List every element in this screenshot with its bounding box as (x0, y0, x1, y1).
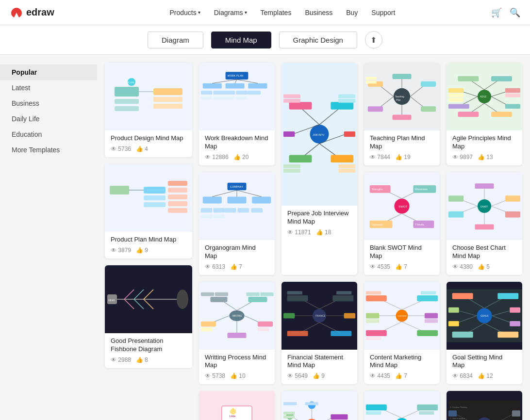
template-product-design[interactable]: PLAN Product Design Mind Map 👁 5736 👍 4 (105, 63, 192, 157)
nav-diagrams[interactable]: Diagrams ▾ (214, 9, 247, 16)
sidebar-item-popular[interactable]: Popular (0, 65, 97, 80)
nav-products[interactable]: Products ▾ (169, 9, 200, 16)
sidebar-item-latest[interactable]: Latest (0, 80, 97, 96)
card-info-agile: Agile Principles Mind Map 👁 9897 👍 13 (447, 130, 522, 165)
views-icon: 👁 2988 (111, 356, 131, 363)
svg-rect-61 (283, 95, 300, 98)
views-icon: 👁 7844 (370, 154, 390, 161)
svg-line-51 (319, 108, 340, 125)
svg-line-78 (379, 97, 394, 108)
template-dark-mind[interactable]: EXECUTION (447, 391, 522, 420)
nav-support[interactable]: Support (371, 9, 395, 16)
card-title: Writting Process Mind Map (205, 354, 269, 370)
mind-map-button[interactable]: Mind Map (211, 32, 271, 48)
card-title: Financial Statement Mind Map (287, 354, 351, 370)
svg-line-242 (293, 418, 306, 420)
logo[interactable]: edraw (10, 6, 54, 19)
likes-icon: 👍 7 (230, 263, 242, 270)
card-meta: 👁 4535 👍 7 (370, 263, 434, 270)
nav-templates[interactable]: Templates (261, 9, 292, 16)
views-icon: 👁 12886 (205, 154, 229, 161)
sidebar-item-daily-life[interactable]: Daily Life (0, 111, 97, 127)
card-title: Agile Principles Mind Map (452, 134, 516, 151)
svg-rect-81 (421, 81, 436, 87)
svg-text:Teaching: Teaching (395, 96, 404, 98)
svg-rect-222 (497, 331, 518, 337)
svg-rect-54 (289, 155, 312, 162)
template-goal-setting[interactable]: GOALS (447, 282, 522, 385)
template-organogram[interactable]: COMPANY (199, 172, 275, 275)
svg-rect-95 (448, 98, 464, 102)
views-icon: 👁 5736 (111, 145, 131, 152)
card-info-prepare-job: Prepare Job Interview Mind Map 👁 11871 👍… (282, 206, 357, 241)
template-choose-best-chart[interactable]: CHART (447, 172, 522, 275)
svg-rect-172 (287, 295, 308, 301)
search-icon[interactable]: 🔍 (510, 7, 520, 18)
cart-icon[interactable]: 🛒 (491, 7, 502, 18)
svg-rect-14 (168, 181, 187, 186)
sidebar-item-education[interactable]: Education (0, 127, 97, 142)
svg-rect-46 (236, 97, 247, 99)
template-product-execution[interactable]: EXEC PLAN (364, 391, 440, 420)
template-prepare-job[interactable]: JOB INTV (282, 63, 357, 275)
card-title: Content Marketing Mind Map (370, 354, 434, 370)
svg-rect-16 (168, 194, 187, 199)
navbar: edraw Products ▾ Diagrams ▾ Templates Bu… (0, 0, 530, 25)
card-title: Teaching Plan Mind Map (370, 134, 434, 151)
template-teaching-plan[interactable]: Teaching Plan (364, 63, 440, 165)
card-title: Prepare Job Interview Mind Map (287, 210, 351, 226)
sidebar-item-business[interactable]: Business (0, 96, 97, 111)
graphic-design-button[interactable]: Graphic Design (279, 32, 357, 48)
svg-rect-66 (283, 169, 300, 173)
svg-rect-9 (110, 186, 129, 194)
svg-rect-115 (201, 208, 212, 212)
card-meta: 👁 3879 👍 9 (111, 247, 186, 254)
svg-rect-266 (419, 411, 434, 415)
template-content-marketing[interactable]: CONTENT (364, 282, 440, 385)
svg-rect-257 (283, 403, 297, 405)
card-title: Work Breakdown Mind Map (205, 134, 269, 151)
nav-buy[interactable]: Buy (346, 9, 358, 16)
svg-rect-97 (505, 88, 520, 93)
svg-line-76 (379, 85, 394, 97)
svg-rect-84 (366, 77, 377, 80)
card-info-product-plan: Product Plan Mind Map 👁 3879 👍 9 (105, 232, 192, 258)
svg-rect-4 (153, 88, 182, 95)
svg-rect-178 (283, 313, 295, 318)
svg-text:1. Creative Thinking: 1. Creative Thinking (450, 406, 467, 408)
template-agile[interactable]: AGILE (447, 63, 522, 165)
card-meta: 👁 7844 👍 19 (370, 154, 434, 161)
svg-text:Plan: Plan (396, 99, 401, 101)
card-thumb-product-design: PLAN (105, 63, 192, 130)
svg-rect-189 (366, 291, 381, 294)
views-icon: 👁 11871 (287, 229, 311, 236)
template-fishbone[interactable]: HEAD Good Presentation Fishbone Diagram … (105, 265, 192, 368)
svg-rect-159 (260, 292, 273, 296)
svg-rect-145 (505, 211, 520, 217)
diagram-button[interactable]: Diagram (148, 32, 203, 48)
template-work-breakdown[interactable]: WORK PLAN (199, 63, 275, 165)
template-little-prince[interactable]: Little Prince (199, 391, 275, 420)
svg-text:Opportun.: Opportun. (372, 223, 384, 226)
svg-rect-265 (417, 404, 438, 410)
template-financial-statement[interactable]: FINANCE (282, 282, 357, 385)
template-writing-process[interactable]: WRITING (199, 282, 275, 385)
card-thumb-goal-setting: GOALS (447, 282, 522, 350)
svg-text:CONTENT: CONTENT (398, 315, 407, 317)
svg-rect-91 (491, 76, 512, 81)
card-thumb-choose-best-chart: CHART (447, 172, 522, 240)
likes-icon: 👍 7 (395, 263, 407, 270)
svg-line-37 (237, 80, 258, 83)
template-product-plan[interactable]: Product Plan Mind Map 👁 3879 👍 9 (105, 164, 192, 258)
upload-button[interactable]: ⬆ (365, 31, 382, 48)
sidebar: Popular Latest Business Daily Life Educa… (0, 55, 97, 420)
svg-rect-180 (287, 331, 308, 336)
svg-rect-203 (366, 337, 381, 339)
svg-rect-218 (510, 321, 520, 326)
svg-rect-32 (203, 83, 222, 89)
template-colorful-mind[interactable]: CENTER (282, 391, 357, 420)
svg-rect-63 (338, 95, 355, 98)
template-blank-swot[interactable]: SWOT Strengths Weakness Opportun. (364, 172, 440, 275)
nav-business[interactable]: Business (305, 9, 332, 16)
sidebar-item-more-templates[interactable]: More Templates (0, 142, 97, 158)
